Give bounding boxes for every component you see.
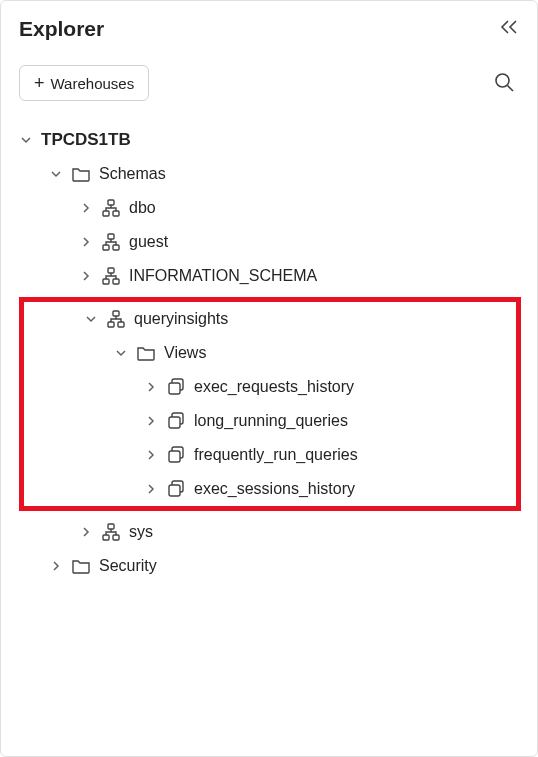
view-icon [166,411,186,431]
explorer-panel: Explorer + Warehouses TPCDS1TB [1,1,537,599]
view-icon [166,377,186,397]
svg-rect-4 [113,211,119,216]
highlight-annotation: queryinsights Views exec_requests_hist [19,297,521,511]
schema-icon [106,309,126,329]
chevron-down-icon [49,168,63,180]
chevron-down-icon [19,134,33,146]
svg-rect-8 [108,268,114,273]
tree-node-view-exec-requests-history[interactable]: exec_requests_history [24,370,508,404]
folder-icon [136,343,156,363]
svg-rect-19 [103,535,109,540]
chevron-right-icon [79,270,93,282]
svg-rect-2 [108,200,114,205]
view-frequently-run-queries-label: frequently_run_queries [194,446,358,464]
schema-guest-label: guest [129,233,168,251]
svg-rect-7 [113,245,119,250]
folder-icon [71,164,91,184]
panel-header: Explorer [19,17,519,41]
collapse-panel-button[interactable] [499,19,519,40]
warehouses-button-label: Warehouses [51,75,135,92]
chevron-right-icon [79,202,93,214]
tree-node-view-exec-sessions-history[interactable]: exec_sessions_history [24,472,508,506]
double-chevron-left-icon [499,19,519,35]
chevron-right-icon [79,236,93,248]
svg-rect-16 [169,451,180,462]
schema-icon [101,232,121,252]
svg-rect-20 [113,535,119,540]
chevron-right-icon [49,560,63,572]
panel-title: Explorer [19,17,104,41]
tree-node-schema-information-schema[interactable]: INFORMATION_SCHEMA [19,259,519,293]
svg-rect-5 [108,234,114,239]
chevron-down-icon [84,313,98,325]
tree-node-schema-dbo[interactable]: dbo [19,191,519,225]
tree-node-view-long-running-queries[interactable]: long_running_queries [24,404,508,438]
tree-node-schema-sys[interactable]: sys [19,515,519,549]
svg-line-1 [508,85,514,91]
tree-node-schemas[interactable]: Schemas [19,157,519,191]
database-label: TPCDS1TB [41,130,131,150]
svg-rect-9 [103,279,109,284]
schema-sys-label: sys [129,523,153,541]
schema-queryinsights-label: queryinsights [134,310,228,328]
svg-rect-10 [113,279,119,284]
tree: TPCDS1TB Schemas dbo [19,123,519,583]
tree-node-schema-queryinsights[interactable]: queryinsights [24,302,508,336]
chevron-right-icon [144,483,158,495]
chevron-right-icon [144,381,158,393]
view-long-running-queries-label: long_running_queries [194,412,348,430]
add-warehouses-button[interactable]: + Warehouses [19,65,149,101]
svg-rect-3 [103,211,109,216]
plus-icon: + [34,74,45,92]
view-icon [166,479,186,499]
tree-node-schema-guest[interactable]: guest [19,225,519,259]
search-icon [493,71,515,93]
schemas-label: Schemas [99,165,166,183]
search-button[interactable] [489,67,519,100]
view-exec-requests-history-label: exec_requests_history [194,378,354,396]
chevron-right-icon [144,449,158,461]
view-icon [166,445,186,465]
security-label: Security [99,557,157,575]
tree-node-view-frequently-run-queries[interactable]: frequently_run_queries [24,438,508,472]
folder-icon [71,556,91,576]
schema-icon [101,198,121,218]
svg-rect-11 [113,311,119,316]
svg-rect-13 [118,322,124,327]
chevron-right-icon [144,415,158,427]
schema-information-schema-label: INFORMATION_SCHEMA [129,267,317,285]
svg-point-0 [496,74,509,87]
svg-rect-18 [108,524,114,529]
svg-rect-6 [103,245,109,250]
schema-icon [101,522,121,542]
schema-icon [101,266,121,286]
tree-node-views[interactable]: Views [24,336,508,370]
tree-node-database[interactable]: TPCDS1TB [19,123,519,157]
chevron-down-icon [114,347,128,359]
svg-rect-15 [169,417,180,428]
tree-node-security[interactable]: Security [19,549,519,583]
toolbar: + Warehouses [19,65,519,101]
views-label: Views [164,344,206,362]
svg-rect-14 [169,383,180,394]
schema-dbo-label: dbo [129,199,156,217]
view-exec-sessions-history-label: exec_sessions_history [194,480,355,498]
svg-rect-17 [169,485,180,496]
chevron-right-icon [79,526,93,538]
svg-rect-12 [108,322,114,327]
